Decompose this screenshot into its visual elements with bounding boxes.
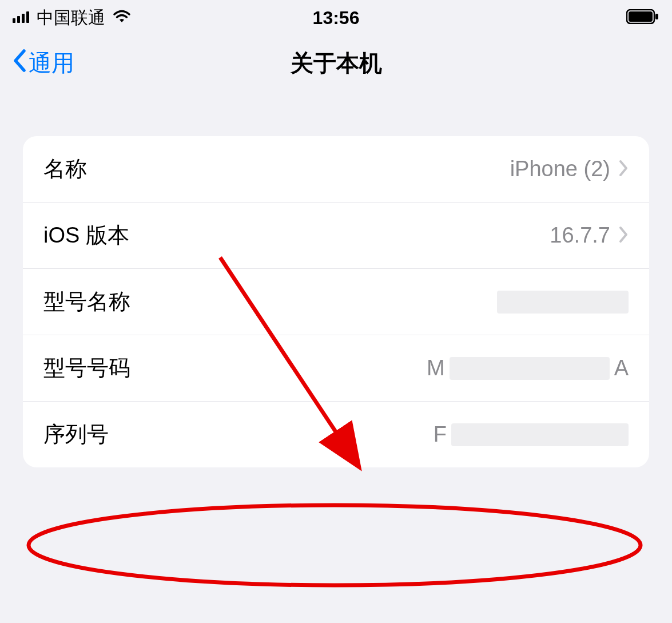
chevron-left-icon — [11, 49, 27, 78]
status-right — [626, 9, 659, 26]
svg-rect-0 — [13, 18, 15, 23]
row-label-model-name: 型号名称 — [43, 287, 130, 316]
svg-rect-5 — [629, 11, 653, 22]
row-value-wrap: iPhone (2) — [510, 157, 629, 181]
chevron-right-icon — [618, 160, 629, 179]
row-name[interactable]: 名称 iPhone (2) — [23, 136, 649, 203]
row-label-name: 名称 — [43, 154, 87, 184]
battery-icon — [626, 9, 659, 26]
redacted-model-number — [450, 357, 610, 380]
svg-rect-6 — [655, 14, 658, 19]
svg-rect-1 — [17, 16, 20, 23]
page-title: 关于本机 — [291, 47, 382, 79]
redacted-model-name — [497, 291, 629, 314]
status-bar: 中国联通 13:56 — [0, 0, 672, 33]
row-model-number[interactable]: 型号号码 M A — [23, 335, 649, 402]
row-label-ios-version: iOS 版本 — [43, 221, 129, 250]
carrier-label: 中国联通 — [37, 6, 105, 30]
row-ios-version[interactable]: iOS 版本 16.7.7 — [23, 203, 649, 269]
about-card: 名称 iPhone (2) iOS 版本 16.7.7 — [23, 136, 649, 467]
row-value-name: iPhone (2) — [510, 157, 610, 181]
row-value-model-number: M A — [427, 356, 629, 380]
svg-rect-2 — [22, 14, 25, 23]
wifi-icon — [112, 10, 132, 26]
svg-rect-3 — [26, 11, 29, 23]
row-model-name[interactable]: 型号名称 — [23, 269, 649, 335]
navigation-bar: 通用 关于本机 — [0, 33, 672, 96]
back-button[interactable]: 通用 — [11, 47, 74, 79]
serial-prefix: F — [434, 422, 447, 447]
svg-point-8 — [29, 505, 641, 585]
back-label: 通用 — [29, 47, 74, 79]
model-number-prefix: M — [427, 356, 445, 380]
redacted-serial — [451, 423, 629, 446]
row-label-model-number: 型号号码 — [43, 354, 130, 383]
row-value-serial: F — [434, 422, 629, 447]
row-value-wrap: 16.7.7 — [550, 223, 629, 248]
content-area: 名称 iPhone (2) iOS 版本 16.7.7 — [0, 96, 672, 467]
status-left: 中国联通 — [13, 6, 132, 30]
row-label-serial: 序列号 — [43, 420, 109, 449]
status-time: 13:56 — [313, 7, 360, 29]
row-serial-number[interactable]: 序列号 F — [23, 402, 649, 467]
cellular-signal-icon — [13, 10, 32, 25]
model-number-suffix: A — [614, 356, 629, 380]
row-value-wrap — [497, 291, 629, 314]
row-value-ios-version: 16.7.7 — [550, 223, 610, 248]
chevron-right-icon — [618, 226, 629, 245]
